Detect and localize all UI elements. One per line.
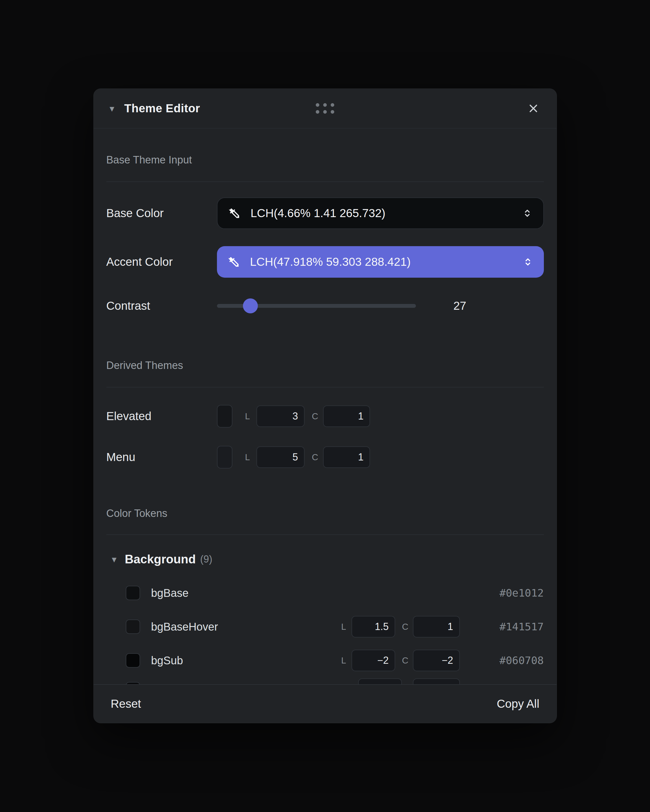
c-label: C — [402, 622, 408, 632]
panel-content: Base Theme Input Base Color LCH(4.66% 1.… — [94, 128, 557, 685]
close-icon — [527, 102, 540, 115]
derived-color-swatch[interactable] — [217, 405, 233, 427]
divider — [107, 534, 544, 535]
base-color-value: LCH(4.66% 1.41 265.732) — [251, 207, 385, 220]
token-color-swatch[interactable] — [126, 653, 140, 668]
reset-button[interactable]: Reset — [111, 697, 141, 710]
eyedropper-icon — [228, 207, 241, 220]
section-derived-themes: Derived Themes — [107, 360, 544, 371]
token-hex-value: #0e1012 — [478, 587, 544, 599]
base-color-row: Base Color LCH(4.66% 1.41 265.732) — [107, 197, 544, 229]
token-row-bgsub: bgSub L C #060708 — [107, 649, 544, 672]
derived-row-label: Elevated — [107, 410, 217, 423]
token-name: bgBase — [151, 587, 460, 599]
token-name: bgBaseHover — [151, 621, 341, 633]
token-group-count: (9) — [200, 553, 212, 565]
close-button[interactable] — [526, 101, 541, 116]
derived-row-elevated: Elevated L C — [107, 404, 544, 428]
l-label: L — [341, 655, 346, 666]
token-group-background-header[interactable]: ▾ Background (9) — [107, 552, 544, 566]
theme-editor-panel: ▾ Theme Editor Base Theme Input Base Col… — [93, 89, 557, 723]
token-color-swatch[interactable] — [126, 620, 140, 634]
l-input[interactable] — [352, 616, 395, 638]
l-input[interactable] — [352, 650, 395, 671]
contrast-value: 27 — [454, 299, 466, 313]
c-input[interactable] — [413, 678, 460, 685]
derived-color-swatch[interactable] — [217, 446, 233, 469]
collapse-group-icon[interactable]: ▾ — [112, 554, 117, 564]
chevron-updown-icon — [522, 208, 533, 219]
token-row-clipped: #0b0c0e — [107, 678, 544, 685]
accent-color-value: LCH(47.918% 59.303 288.421) — [250, 255, 411, 269]
c-label: C — [312, 411, 318, 421]
l-input[interactable] — [256, 406, 304, 427]
collapse-panel-icon[interactable]: ▾ — [110, 104, 114, 113]
chevron-updown-icon — [522, 256, 533, 267]
screen: ▾ Theme Editor Base Theme Input Base Col… — [0, 0, 650, 812]
token-group-title: Background — [125, 552, 196, 566]
contrast-row: Contrast 27 — [107, 294, 544, 317]
slider-thumb[interactable] — [243, 298, 258, 313]
panel-title: Theme Editor — [124, 102, 200, 115]
base-color-picker-button[interactable]: LCH(4.66% 1.41 265.732) — [217, 197, 544, 229]
token-row-bgbasehover: bgBaseHover L C #141517 — [107, 615, 544, 638]
accent-color-picker-button[interactable]: LCH(47.918% 59.303 288.421) — [217, 246, 544, 278]
c-input[interactable] — [323, 446, 370, 468]
c-label: C — [402, 655, 408, 666]
contrast-label: Contrast — [107, 299, 217, 313]
divider — [107, 182, 544, 182]
c-input[interactable] — [413, 650, 460, 671]
token-row-bgbase: bgBase #0e1012 — [107, 582, 544, 604]
token-name: bgSub — [151, 654, 341, 667]
derived-row-menu: Menu L C — [107, 446, 544, 469]
derived-row-label: Menu — [107, 450, 217, 464]
accent-color-label: Accent Color — [107, 255, 217, 269]
c-input[interactable] — [323, 406, 370, 427]
eyedropper-icon — [227, 256, 240, 268]
l-label: L — [245, 411, 250, 421]
token-hex-value: #141517 — [478, 621, 544, 633]
l-label: L — [341, 622, 346, 632]
token-color-swatch[interactable] — [126, 586, 140, 600]
divider — [107, 387, 544, 388]
l-label: L — [245, 452, 250, 462]
drag-handle-icon[interactable] — [316, 103, 334, 114]
section-base-theme-input: Base Theme Input — [107, 154, 544, 166]
c-label: C — [312, 452, 318, 462]
contrast-slider[interactable] — [217, 298, 416, 313]
copy-all-button[interactable]: Copy All — [496, 697, 539, 710]
c-input[interactable] — [413, 616, 460, 638]
accent-color-row: Accent Color LCH(47.918% 59.303 288.421) — [107, 246, 544, 278]
panel-footer: Reset Copy All — [94, 684, 557, 723]
section-color-tokens: Color Tokens — [107, 508, 544, 519]
l-input[interactable] — [358, 678, 402, 685]
base-color-label: Base Color — [107, 207, 217, 220]
l-input[interactable] — [256, 446, 304, 468]
panel-header: ▾ Theme Editor — [94, 89, 557, 128]
token-hex-value: #060708 — [478, 654, 544, 667]
